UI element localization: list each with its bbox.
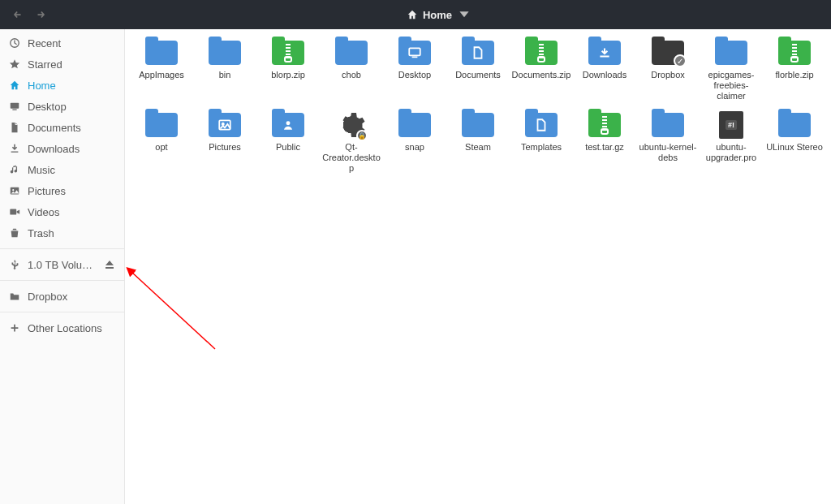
lock-badge: 🔒	[356, 130, 368, 141]
home-icon	[8, 79, 21, 92]
file-label: snap	[405, 142, 424, 153]
sidebar-item-music[interactable]: Music	[0, 159, 124, 180]
file-label: Documents	[455, 70, 501, 80]
file-item[interactable]: Desktop	[383, 37, 446, 105]
sidebar-separator	[0, 312, 124, 312]
sidebar-item-documents[interactable]: Documents	[0, 117, 124, 138]
file-item[interactable]: Steam	[446, 110, 510, 177]
nav-forward-button[interactable]	[29, 3, 52, 26]
folder-icon	[714, 39, 748, 67]
sidebar-item-dropbox[interactable]: Dropbox	[0, 286, 124, 307]
path-label: Home	[423, 9, 452, 21]
sidebar-item-1-0-tb-volume[interactable]: 1.0 TB Volume	[0, 254, 124, 275]
folder-icon	[334, 39, 368, 67]
file-label: chob	[342, 70, 361, 80]
folder-icon	[398, 39, 432, 67]
file-item[interactable]: 🔒Qt-Creator.desktop	[320, 110, 383, 177]
sidebar-item-label: Recent	[28, 37, 116, 50]
folder-icon	[208, 39, 242, 67]
file-view[interactable]: AppImagesbinblorp.zipchobDesktopDocument…	[125, 29, 831, 504]
sidebar-item-downloads[interactable]: Downloads	[0, 138, 124, 159]
path-bar[interactable]: Home	[398, 5, 478, 25]
svg-rect-7	[412, 57, 418, 58]
file-label: Templates	[521, 142, 562, 153]
svg-point-9	[222, 123, 224, 125]
picture-icon	[8, 184, 21, 197]
file-item[interactable]: Downloads	[573, 37, 636, 105]
file-label: epicgames-freebies-claimer	[701, 70, 761, 101]
music-icon	[8, 163, 21, 176]
sidebar-item-desktop[interactable]: Desktop	[0, 96, 124, 117]
file-label: Dropbox	[651, 70, 685, 80]
file-item[interactable]: opt	[130, 110, 193, 177]
file-label: blorp.zip	[271, 70, 305, 80]
file-item[interactable]: Documents	[446, 37, 510, 105]
file-item[interactable]: ULinux Stereo	[763, 110, 826, 177]
trash-icon	[8, 226, 21, 239]
file-item[interactable]: #!ubuntu-upgrader.pro	[700, 110, 763, 177]
folder-icon	[524, 111, 558, 139]
folder-icon	[461, 39, 495, 67]
download-icon	[8, 142, 21, 155]
file-item[interactable]: blorp.zip	[256, 37, 320, 105]
file-label: florble.zip	[775, 70, 813, 80]
sidebar-item-label: Dropbox	[28, 291, 116, 303]
usb-icon	[8, 258, 21, 271]
file-label: bin	[219, 70, 231, 80]
sidebar-item-label: Documents	[28, 122, 116, 134]
file-label: Pictures	[209, 142, 241, 153]
sync-ok-badge: ✓	[674, 54, 687, 67]
file-label: Desktop	[398, 70, 431, 80]
svg-point-10	[286, 121, 291, 125]
sidebar-item-label: Music	[28, 164, 116, 176]
sidebar-item-other-locations[interactable]: Other Locations	[0, 317, 124, 338]
file-item[interactable]: ubuntu-kernel-debs	[636, 110, 700, 177]
file-item[interactable]: florble.zip	[763, 37, 826, 105]
sidebar-item-pictures[interactable]: Pictures	[0, 180, 124, 201]
sidebar-item-recent[interactable]: Recent	[0, 32, 124, 54]
file-label: ULinux Stereo	[766, 142, 823, 153]
file-item[interactable]: ✓Dropbox	[636, 37, 700, 105]
file-label: opt	[155, 142, 167, 153]
archive-icon	[524, 39, 558, 67]
sidebar-item-label: Trash	[28, 227, 116, 239]
sidebar-item-starred[interactable]: Starred	[0, 54, 124, 75]
sidebar-item-label: Downloads	[28, 143, 116, 155]
file-item[interactable]: AppImages	[130, 37, 193, 105]
plus-icon	[8, 321, 21, 334]
archive-icon	[588, 111, 622, 139]
file-label: ubuntu-kernel-debs	[638, 142, 698, 163]
file-item[interactable]: Documents.zip	[510, 37, 573, 105]
sidebar-separator	[0, 248, 124, 249]
headerbar: Home	[0, 0, 831, 29]
sidebar-item-home[interactable]: Home	[0, 75, 124, 96]
clock-icon	[8, 37, 21, 50]
file-item[interactable]: test.tar.gz	[573, 110, 636, 177]
file-item[interactable]: Public	[256, 110, 320, 177]
file-item[interactable]: chob	[320, 37, 383, 105]
arrow-left-icon	[12, 9, 24, 20]
archive-icon	[777, 39, 812, 67]
sidebar-item-label: 1.0 TB Volume	[28, 259, 97, 271]
sidebar-item-trash[interactable]: Trash	[0, 222, 124, 243]
svg-point-4	[12, 189, 14, 191]
file-item[interactable]: epicgames-freebies-claimer	[700, 37, 763, 105]
archive-icon	[271, 39, 305, 67]
file-label: Documents.zip	[512, 70, 571, 80]
folder-icon	[651, 111, 685, 139]
file-item[interactable]: snap	[383, 110, 446, 177]
file-label: AppImages	[139, 70, 184, 80]
file-item[interactable]: Pictures	[193, 110, 256, 177]
file-item[interactable]: Templates	[510, 110, 573, 177]
sidebar: RecentStarredHomeDesktopDocumentsDownloa…	[0, 29, 125, 504]
star-icon	[8, 58, 21, 71]
svg-rect-5	[10, 209, 16, 215]
svg-rect-1	[11, 103, 19, 109]
eject-button[interactable]	[103, 258, 116, 271]
sidebar-item-label: Other Locations	[28, 322, 116, 334]
sidebar-item-videos[interactable]: Videos	[0, 201, 124, 222]
file-label: Qt-Creator.desktop	[321, 142, 381, 174]
nav-back-button[interactable]	[6, 3, 29, 26]
folder-icon	[588, 39, 622, 67]
file-item[interactable]: bin	[193, 37, 256, 105]
